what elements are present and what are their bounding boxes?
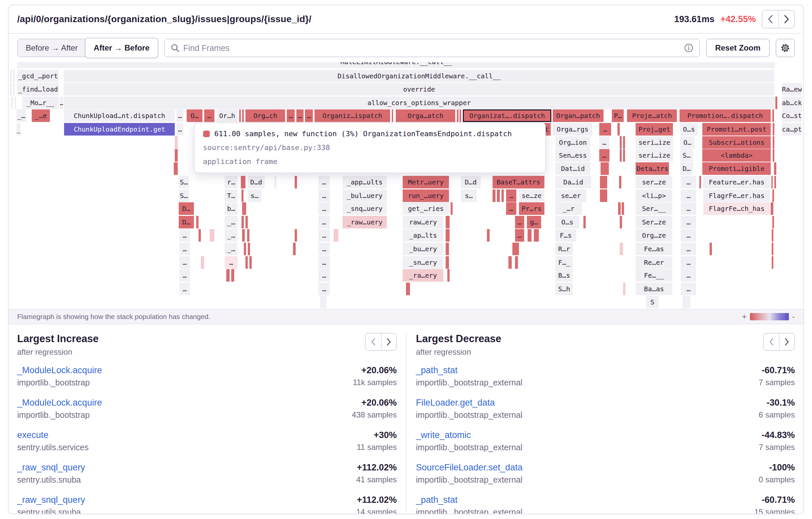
flame-frame[interactable]: Subscri…otions	[702, 136, 771, 149]
flame-frame[interactable]: Promoti…nt.post	[702, 123, 771, 136]
flame-frame[interactable]: Orga…rgs	[553, 123, 592, 136]
flame-sliver[interactable]	[247, 229, 250, 242]
flame-sliver[interactable]	[460, 109, 461, 122]
flame-frame[interactable]: D…	[179, 216, 194, 228]
flame-sliver[interactable]	[601, 162, 609, 175]
flame-sliver[interactable]	[487, 229, 489, 242]
flame-frame[interactable]: R…r	[555, 243, 573, 255]
flame-frame[interactable]: …	[681, 256, 696, 269]
flame-sliver[interactable]	[618, 202, 620, 215]
flame-sliver[interactable]	[11, 97, 13, 109]
flame-frame[interactable]: ChunkUploadEndpoint.get	[64, 123, 174, 136]
flame-sliver[interactable]	[497, 189, 499, 202]
flame-frame[interactable]: Co…st	[782, 109, 802, 122]
flame-sliver[interactable]	[773, 149, 774, 162]
flame-frame[interactable]: r…	[225, 176, 237, 188]
flame-frame[interactable]: O…	[187, 109, 203, 122]
flame-sliver[interactable]	[600, 176, 607, 188]
flame-sliver[interactable]	[446, 256, 449, 269]
flame-frame[interactable]: Feature…er.has	[703, 176, 770, 188]
flame-sliver[interactable]	[231, 269, 235, 282]
next-event-button[interactable]	[778, 10, 794, 28]
flame-sliver[interactable]	[446, 243, 449, 255]
flame-frame[interactable]: …	[681, 189, 696, 202]
flame-frame[interactable]: _ap…lts	[403, 229, 443, 242]
flame-frame[interactable]: seri…ize	[636, 136, 673, 149]
toggle-before-after[interactable]: Before → After	[18, 43, 86, 53]
flame-frame[interactable]: …	[179, 256, 190, 269]
flame-frame[interactable]: _…	[17, 109, 26, 122]
flame-frame[interactable]: ser…ze	[636, 176, 672, 188]
flame-sliver[interactable]	[623, 283, 625, 295]
flame-frame[interactable]: _…	[225, 216, 237, 228]
flame-sliver[interactable]	[583, 216, 586, 228]
flame-sliver[interactable]	[620, 149, 622, 162]
flame-frame[interactable]: Da…id	[555, 176, 591, 188]
flame-sliver[interactable]	[245, 256, 248, 269]
flame-frame[interactable]: Org…ion	[555, 136, 590, 149]
decrease-next-button[interactable]	[779, 333, 794, 350]
flame-frame[interactable]: Metr…uery	[403, 176, 449, 188]
flame-frame[interactable]: …	[681, 202, 696, 215]
decrease-prev-button[interactable]	[764, 333, 779, 350]
flame-frame[interactable]: F…_	[555, 256, 573, 269]
flame-sliver[interactable]	[771, 202, 773, 215]
flame-sliver[interactable]	[392, 109, 394, 122]
flame-frame[interactable]: _app…ults	[343, 176, 387, 188]
flame-frame[interactable]: raw…ery	[403, 216, 443, 228]
flame-sliver[interactable]	[772, 216, 774, 228]
flame-frame[interactable]: …	[515, 216, 525, 228]
flame-frame[interactable]: Sen…ess	[555, 149, 590, 162]
flame-sliver[interactable]	[493, 189, 495, 202]
flame-sliver[interactable]	[600, 189, 607, 202]
flame-frame[interactable]: run_…uery	[403, 189, 449, 202]
function-link[interactable]: _ModuleLock.acquire	[17, 365, 102, 376]
flame-sliver[interactable]	[446, 229, 450, 242]
flame-sliver[interactable]	[772, 189, 774, 202]
flame-sliver[interactable]	[623, 136, 625, 149]
find-frames-search[interactable]	[164, 39, 700, 57]
flame-sliver[interactable]	[245, 216, 248, 228]
flame-frame[interactable]: …	[506, 189, 516, 202]
flame-frame[interactable]: _sn…ery	[403, 256, 443, 269]
flame-sliver[interactable]	[772, 229, 773, 242]
flame-sliver[interactable]	[447, 269, 450, 282]
flame-sliver[interactable]	[446, 216, 450, 228]
flame-frame[interactable]: _find…load	[17, 83, 58, 95]
flame-frame[interactable]: …	[176, 109, 184, 122]
flame-sliver[interactable]	[242, 202, 246, 215]
flame-sliver[interactable]	[226, 269, 230, 282]
flame-frame[interactable]: D…d	[248, 176, 265, 188]
flame-frame[interactable]: …	[681, 269, 696, 282]
flame-frame[interactable]: FlagrFe…ch_has	[703, 202, 770, 215]
flame-frame[interactable]: D…d	[461, 176, 481, 188]
flame-frame[interactable]: BaseT…attrs	[493, 176, 544, 188]
flame-frame[interactable]: _…	[225, 229, 237, 242]
flame-frame[interactable]: S…	[179, 176, 189, 188]
flame-frame[interactable]: Ser…ze	[636, 216, 672, 228]
flame-sliver[interactable]	[295, 176, 297, 188]
flame-frame[interactable]: ca…pt	[782, 123, 802, 136]
flame-frame[interactable]: _gcd_…port	[17, 70, 58, 82]
flame-frame[interactable]: Org…ze	[636, 229, 672, 242]
flame-sliver[interactable]	[239, 109, 241, 122]
flame-sliver[interactable]	[451, 202, 453, 215]
flame-sliver[interactable]	[241, 176, 245, 188]
flame-sliver[interactable]	[773, 136, 774, 149]
flame-frame[interactable]: Organiz…ispatch	[315, 109, 390, 122]
flame-frame[interactable]: …	[318, 256, 330, 269]
flame-frame[interactable]: …	[681, 229, 696, 242]
flame-sliver[interactable]	[619, 176, 621, 188]
flame-frame[interactable]: se…er	[555, 189, 586, 202]
flame-sliver[interactable]	[201, 256, 204, 269]
flamegraph[interactable]: 611.00 samples, new function (3%) Organi…	[8, 62, 804, 309]
flame-frame[interactable]: Orga…atch	[396, 109, 455, 122]
flame-sliver[interactable]	[774, 176, 776, 188]
flame-frame[interactable]: …	[179, 283, 190, 295]
flame-frame[interactable]: …	[296, 109, 303, 122]
flame-sliver[interactable]	[175, 149, 178, 162]
flame-frame[interactable]: P…	[612, 109, 624, 122]
flame-frame[interactable]: Or…h	[217, 109, 237, 122]
toggle-after-before[interactable]: After → Before	[85, 38, 158, 58]
flame-sliver[interactable]	[620, 136, 622, 149]
